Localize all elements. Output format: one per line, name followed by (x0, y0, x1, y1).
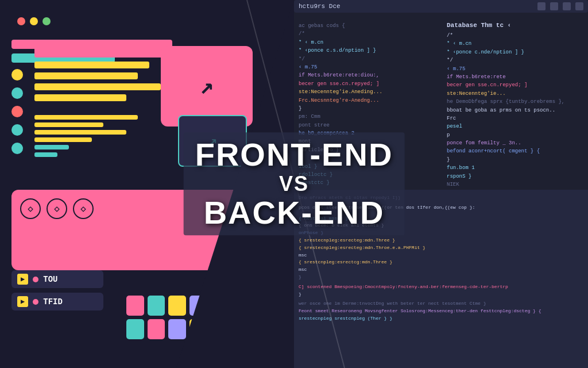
db-line-11: Frc (447, 114, 583, 122)
db-line-16: } (447, 156, 583, 164)
action-buttons-area: ▶ TOU ▶ TFID (11, 270, 103, 310)
tfid-label: TFID (43, 297, 63, 306)
menu-item-2 (11, 87, 23, 99)
code-line-5: */ (299, 55, 435, 63)
code-column-right: Database Thm tc ‹ /* * ‹ m.cn * ‹ponce c… (447, 22, 583, 190)
tou-label: TOU (43, 275, 57, 284)
editor-ctrl-2[interactable] (550, 2, 558, 10)
tou-arrow-icon: ▶ (17, 274, 28, 285)
tfid-arrow-icon: ▶ (17, 296, 28, 307)
code-line-3: * ‹ m.cn (299, 39, 435, 47)
close-icon[interactable] (17, 17, 25, 25)
ui-card-1: ↗ (161, 46, 253, 126)
menu-item-3 (11, 106, 23, 117)
code-line-8: becer gen sse.cn.repyed; ] (299, 80, 435, 88)
color-cell-purple-1 (189, 296, 207, 316)
code-line-7: if Mets.b6rete:rete:diou:, (299, 71, 435, 79)
db-header: Database Thm tc ‹ (447, 22, 583, 29)
minimize-icon[interactable] (30, 17, 38, 25)
color-cell-teal-2 (126, 319, 144, 339)
code-line-1: ac gebas cods { (299, 22, 435, 30)
tfid-button[interactable]: ▶ TFID (11, 293, 103, 310)
tfid-dot-icon (33, 299, 38, 305)
db-line-7: becer gen sse.cn.repyed; ] (447, 81, 583, 89)
db-line-10: bboat be goba as prms on ts psocn.. (447, 106, 583, 114)
editor-ctrl-4[interactable] (575, 2, 583, 10)
db-line-8: ste:Necennteg'ie... (447, 90, 583, 98)
db-line-14: ponce fom femilty _ 3n.. (447, 139, 583, 147)
code-line-10: Frc.Necsnnteg're-Anedng... (299, 97, 435, 105)
db-line-12: pesel (447, 122, 583, 131)
code-line-4: * ‹ponce c.s.d/nption ] } (299, 47, 435, 55)
db-line-4: */ (447, 56, 583, 64)
editor-ctrl-1[interactable] (537, 2, 546, 10)
db-line-1: /* (447, 32, 583, 40)
bottom-line-11: } (299, 274, 583, 281)
bottom-line-6: { srestecnpleg:esrecteg:mdn.Three } (299, 237, 583, 244)
color-cell-pink-1 (126, 296, 144, 316)
color-cell-yellow-2 (189, 319, 207, 339)
color-cell-purple-2 (168, 319, 186, 339)
bottom-line-15: srestecnpleg srestcnpleg (Ther } } (299, 315, 583, 323)
bottom-line-9: { srestcnpleg:esrectcg:mdn.Three } (299, 259, 583, 266)
tou-button[interactable]: ▶ TOU (11, 270, 103, 288)
mid-content-bars (34, 115, 138, 157)
window-controls (17, 17, 283, 25)
menu-item-4 (11, 124, 23, 136)
content-bar-5 (34, 94, 126, 101)
bottom-line-13: wer osce one lm Derme:tnvoctDng weth bet… (299, 300, 583, 308)
window-title: hctu9rs Dce (299, 3, 341, 10)
code-line-12: pm: Cmm (299, 113, 435, 121)
pink-circle-icon-2: ◇ (47, 198, 67, 219)
db-line-13: p (447, 131, 583, 139)
color-palette-grid (126, 296, 207, 339)
db-line-15: befond aconr+ncort( cmgent } { (447, 147, 583, 155)
editor-titlebar: hctu9rs Dce (294, 0, 588, 13)
title-line-1: FRONT-END (195, 136, 393, 172)
menu-item-1 (11, 69, 23, 80)
main-title: FRONT-END vs BACK-END (184, 132, 405, 235)
mid-bar-2 (34, 122, 103, 127)
mid-bar-5 (34, 145, 69, 150)
db-line-6: if Mets.b6rete:rete (447, 73, 583, 81)
color-cell-pink-2 (148, 319, 165, 339)
bottom-line-7: { srestecnpleg:esrecteg:mdn.Throe.e.a.PH… (299, 244, 583, 252)
editor-ctrl-3[interactable] (563, 2, 571, 10)
code-line-6: ‹ m.75 (299, 63, 435, 71)
mid-bar-4 (34, 137, 92, 142)
color-cell-teal-1 (148, 296, 165, 316)
content-bar-4 (34, 83, 161, 90)
code-line-9: ste:Necennteg'ie.Aneding... (299, 88, 435, 96)
tou-dot-icon (33, 277, 38, 282)
bottom-line-long: C] scontened Bmespoeing:Cmocntmpoly:fnct… (299, 283, 583, 291)
db-line-2: * ‹ m.cn (447, 40, 583, 48)
mid-bar-6 (34, 152, 57, 157)
db-line-9: he DemoDbfega sprx {tuntby.orebrems }, (447, 98, 583, 106)
bottom-line-12: } (299, 291, 583, 298)
code-line-2: /* (299, 30, 435, 38)
db-line-3: * ‹ponce c.nde/nption ] } (447, 48, 583, 56)
bottom-line-8: msc (299, 252, 583, 259)
content-bar-2 (34, 62, 149, 68)
pink-circle-icon-3: ◇ (73, 198, 94, 219)
bottom-line-10: msc (299, 266, 583, 274)
editor-controls (537, 2, 583, 10)
code-line-11: } (299, 105, 435, 113)
color-cell-yellow-1 (168, 296, 186, 316)
bottom-line-14: Feont smeet Reseoroneng Movsngfenter Sol… (299, 308, 583, 315)
db-line-19: NIEK (447, 181, 583, 189)
db-line-5: ‹ m.75 (447, 65, 583, 73)
maximize-icon[interactable] (42, 17, 51, 25)
mid-bar-3 (34, 130, 126, 135)
vs-text: vs (195, 173, 393, 195)
pink-circle-icon-1: ◇ (20, 198, 41, 219)
code-line-13: pont stree (299, 121, 435, 129)
mid-bar-1 (34, 115, 138, 120)
arrow-up-right-icon: ↗ (200, 72, 214, 101)
title-line-2: BACK-END (204, 194, 385, 231)
db-line-17: fun.bom 1 (447, 164, 583, 172)
menu-item-5 (11, 143, 23, 154)
db-line-18: rsponS } (447, 172, 583, 181)
content-bar-3 (34, 72, 138, 79)
sidebar-menu (11, 69, 23, 154)
